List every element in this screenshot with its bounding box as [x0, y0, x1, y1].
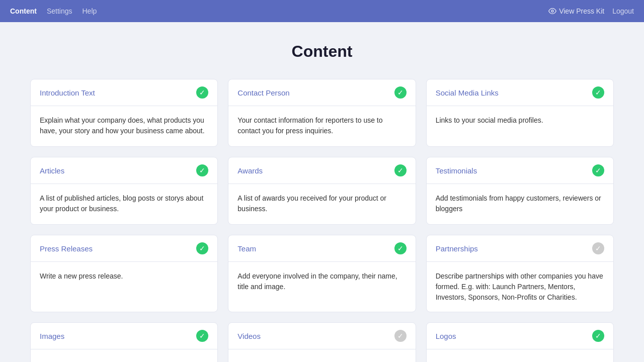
- card-title-team: Team: [237, 244, 256, 253]
- card-title-contact-person: Contact Person: [237, 88, 289, 97]
- card-title-images: Images: [40, 332, 64, 340]
- card-body-team: Add everyone involved in the company, th…: [228, 262, 415, 302]
- status-icon-contact-person: ✓: [394, 86, 407, 99]
- card-header-logos: Logos ✓: [427, 323, 613, 349]
- card-title-testimonials: Testimonials: [436, 166, 477, 175]
- card-awards[interactable]: Awards ✓ A list of awards you received f…: [228, 157, 416, 225]
- card-header-press-releases: Press Releases ✓: [31, 235, 217, 262]
- status-icon-awards: ✓: [394, 164, 407, 176]
- svg-point-0: [551, 10, 553, 12]
- card-press-releases[interactable]: Press Releases ✓ Write a new press relea…: [30, 235, 218, 312]
- status-icon-press-releases: ✓: [196, 242, 208, 254]
- nav-logout[interactable]: Logout: [612, 7, 634, 15]
- status-icon-partnerships: ✓: [592, 242, 604, 254]
- card-body-press-releases: Write a new press release.: [31, 262, 217, 302]
- status-icon-team: ✓: [394, 242, 407, 254]
- status-icon-testimonials: ✓: [592, 164, 604, 176]
- card-header-videos: Videos ✓: [228, 323, 415, 349]
- card-contact-person[interactable]: Contact Person ✓ Your contact informatio…: [228, 79, 416, 147]
- card-title-logos: Logos: [436, 332, 456, 340]
- card-header-team: Team ✓: [228, 235, 415, 262]
- status-icon-videos: ✓: [394, 330, 407, 342]
- card-body-awards: A list of awards you received for your p…: [228, 184, 415, 224]
- view-press-kit-label: View Press Kit: [559, 7, 604, 15]
- card-videos[interactable]: Videos ✓: [228, 322, 416, 362]
- card-partnerships[interactable]: Partnerships ✓ Describe partnerships wit…: [426, 235, 614, 312]
- card-body-introduction-text: Explain what your company does, what pro…: [31, 106, 217, 146]
- card-title-awards: Awards: [237, 166, 263, 175]
- card-header-testimonials: Testimonials ✓: [427, 157, 613, 184]
- card-header-images: Images ✓: [31, 323, 217, 349]
- status-icon-logos: ✓: [592, 330, 604, 342]
- card-title-social-media-links: Social Media Links: [436, 88, 499, 97]
- card-title-introduction-text: Introduction Text: [40, 88, 95, 97]
- card-title-articles: Articles: [40, 166, 64, 175]
- card-header-awards: Awards ✓: [228, 157, 415, 184]
- card-body-testimonials: Add testimonials from happy customers, r…: [427, 184, 613, 224]
- card-header-articles: Articles ✓: [31, 157, 217, 184]
- navbar: Content Settings Help View Press Kit Log…: [0, 0, 644, 22]
- eye-icon: [548, 7, 556, 15]
- card-body-articles: A list of published articles, blog posts…: [31, 184, 217, 224]
- card-header-introduction-text: Introduction Text ✓: [31, 79, 217, 106]
- nav-content[interactable]: Content: [10, 7, 37, 15]
- card-header-social-media-links: Social Media Links ✓: [427, 79, 613, 106]
- view-press-kit-button[interactable]: View Press Kit: [548, 7, 604, 15]
- page-title: Content: [30, 42, 614, 61]
- nav-settings[interactable]: Settings: [47, 7, 72, 15]
- card-team[interactable]: Team ✓ Add everyone involved in the comp…: [228, 235, 416, 312]
- card-articles[interactable]: Articles ✓ A list of published articles,…: [30, 157, 218, 225]
- card-body-images: [31, 349, 217, 362]
- card-header-partnerships: Partnerships ✓: [427, 235, 613, 262]
- nav-help[interactable]: Help: [82, 7, 97, 15]
- card-introduction-text[interactable]: Introduction Text ✓ Explain what your co…: [30, 79, 218, 147]
- card-body-social-media-links: Links to your social media profiles.: [427, 106, 613, 146]
- main-content: Content Introduction Text ✓ Explain what…: [20, 22, 624, 362]
- card-testimonials[interactable]: Testimonials ✓ Add testimonials from hap…: [426, 157, 614, 225]
- card-body-logos: [427, 349, 613, 362]
- card-images[interactable]: Images ✓: [30, 322, 218, 362]
- card-title-press-releases: Press Releases: [40, 244, 93, 253]
- card-logos[interactable]: Logos ✓: [426, 322, 614, 362]
- status-icon-images: ✓: [196, 330, 208, 342]
- card-body-partnerships: Describe partnerships with other compani…: [427, 262, 613, 312]
- card-title-partnerships: Partnerships: [436, 244, 478, 253]
- nav-left: Content Settings Help: [10, 7, 97, 15]
- card-header-contact-person: Contact Person ✓: [228, 79, 415, 106]
- content-grid: Introduction Text ✓ Explain what your co…: [30, 79, 614, 362]
- card-title-videos: Videos: [237, 332, 261, 340]
- card-body-contact-person: Your contact information for reporters t…: [228, 106, 415, 146]
- status-icon-articles: ✓: [196, 164, 208, 176]
- nav-right: View Press Kit Logout: [548, 7, 634, 15]
- card-body-videos: [228, 349, 415, 362]
- card-social-media-links[interactable]: Social Media Links ✓ Links to your socia…: [426, 79, 614, 147]
- status-icon-introduction-text: ✓: [196, 86, 208, 99]
- status-icon-social-media-links: ✓: [592, 86, 604, 99]
